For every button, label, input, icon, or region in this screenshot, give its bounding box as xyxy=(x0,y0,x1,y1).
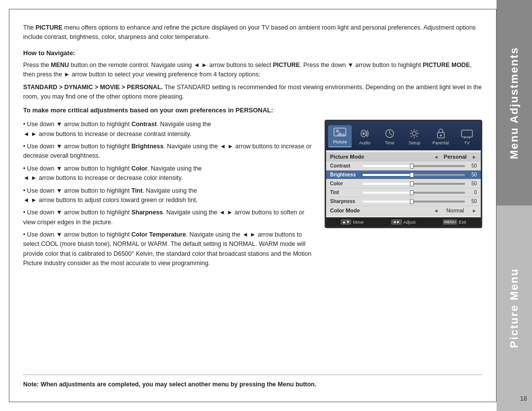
picture-mode-label: Picture Mode xyxy=(330,154,433,160)
sharpness-row: Sharpness 50 xyxy=(326,197,481,206)
bullet-color-temp: • Use down ▼ arrow button to highlight C… xyxy=(23,230,316,269)
color-mode-control: ◄ Normal ► xyxy=(433,207,477,213)
right-arrow: ► xyxy=(472,154,477,160)
tv-icon-picture: Picture xyxy=(328,125,352,147)
tint-value: 0 xyxy=(468,190,477,195)
contrast-thumb xyxy=(410,164,414,169)
color-label: Color xyxy=(330,181,360,186)
contrast-label: Contrast xyxy=(330,163,360,169)
brightness-track xyxy=(363,174,465,176)
sharpness-track xyxy=(363,201,465,203)
footer-move: ▲▼ Move xyxy=(341,219,364,225)
audio-icon xyxy=(358,128,372,139)
contrast-value: 50 xyxy=(468,163,477,169)
bullets-column: • Use down ▼ arrow button to highlight C… xyxy=(23,120,316,368)
bullet-color: • Use down ▼ arrow button to highlight C… xyxy=(23,164,316,183)
move-btn: ▲▼ xyxy=(341,219,352,225)
bottom-note: Note: When adjustments are completed, yo… xyxy=(23,375,482,388)
tv-icon-tv: TV xyxy=(455,126,479,147)
parental-icon xyxy=(434,128,448,139)
color-mode-left-arrow: ◄ xyxy=(433,208,438,213)
tv-icon-audio: Audio xyxy=(353,126,377,147)
nav-para2: STANDARD > DYNAMIC > MOVIE > PERSONAL. T… xyxy=(23,83,482,102)
sharpness-fill xyxy=(363,201,414,203)
svg-point-1 xyxy=(336,130,339,133)
sharpness-label: Sharpness xyxy=(330,199,360,204)
brightness-thumb xyxy=(410,172,414,177)
footer-adjust: ◄► Adjust xyxy=(391,219,416,225)
sidebar-picture-menu-label: Picture Menu xyxy=(508,268,521,348)
color-value: 50 xyxy=(468,181,477,186)
brightness-value: 50 xyxy=(468,172,477,177)
svg-point-4 xyxy=(363,132,365,135)
sharpness-thumb xyxy=(410,199,414,204)
sidebar-bottom: Picture Menu xyxy=(497,206,532,411)
main-content: The PICTURE menu offers options to enhan… xyxy=(9,9,497,402)
tint-fill xyxy=(363,192,414,194)
how-to-navigate-heading: How to Navigate: xyxy=(23,49,482,57)
color-thumb xyxy=(410,181,414,186)
color-mode-row: Color Mode ◄ Normal ► xyxy=(326,206,481,215)
picture-mode-row: Picture Mode ◄ Personal ► xyxy=(326,152,481,162)
picture-icon-label: Picture xyxy=(333,139,347,144)
picture-mode-value: Personal xyxy=(440,154,470,160)
color-fill xyxy=(363,183,414,185)
bullet-sharpness: • Use down ▼ arrow button to highlight S… xyxy=(23,208,316,227)
tint-track xyxy=(363,192,465,194)
tv-menu-footer: ▲▼ Move ◄► Adjust MENU Exit xyxy=(326,217,481,227)
tv-icon-shape xyxy=(460,128,474,139)
sidebar-top: Menu Adjustments xyxy=(497,0,532,206)
color-mode-right-arrow: ► xyxy=(472,208,477,213)
bullet-brightness: • Use down ▼ arrow button to highlight B… xyxy=(23,142,316,161)
move-label: Move xyxy=(353,220,364,225)
time-icon xyxy=(383,128,397,139)
tv-menu-body: Picture Mode ◄ Personal ► Contrast xyxy=(326,150,481,217)
bullet-tint: • Use down ▼ arrow button to highlight T… xyxy=(23,186,316,206)
exit-btn: MENU xyxy=(443,219,458,225)
tint-thumb xyxy=(410,190,414,195)
tv-menu-icons: Picture Audio xyxy=(326,121,481,150)
svg-marker-2 xyxy=(336,132,346,136)
two-col-layout: • Use down ▼ arrow button to highlight C… xyxy=(23,120,482,368)
personal-section-title: To make more critical adjustments based … xyxy=(23,106,482,114)
time-icon-label: Time xyxy=(385,140,395,145)
brightness-fill xyxy=(363,174,414,176)
tv-icon-tv-label: TV xyxy=(464,140,470,145)
contrast-row: Contrast 50 xyxy=(326,162,481,171)
svg-rect-11 xyxy=(462,130,472,137)
sidebar: Menu Adjustments Picture Menu 18 xyxy=(497,0,532,411)
nav-para1: Press the MENU button on the remote cont… xyxy=(23,61,482,80)
footer-exit: MENU Exit xyxy=(443,219,466,225)
tint-label: Tint xyxy=(330,190,360,195)
color-row: Color 50 xyxy=(326,179,481,188)
tv-icon-setup: Setup xyxy=(402,126,426,147)
setup-icon xyxy=(407,128,421,139)
picture-icon xyxy=(333,127,347,138)
audio-icon-label: Audio xyxy=(359,140,370,145)
sidebar-menu-adjustments-label: Menu Adjustments xyxy=(508,47,521,159)
picture-mode-control: ◄ Personal ► xyxy=(433,154,477,160)
sharpness-value: 50 xyxy=(468,199,477,204)
color-mode-value: Normal xyxy=(440,207,470,213)
intro-paragraph: The PICTURE menu offers options to enhan… xyxy=(23,23,482,42)
tv-icon-time: Time xyxy=(378,126,401,147)
brightness-row: Brightness 50 xyxy=(326,171,481,179)
tv-icon-parental: Parental xyxy=(428,126,454,147)
contrast-track xyxy=(363,165,465,167)
left-arrow: ◄ xyxy=(433,154,438,160)
page-number: 18 xyxy=(520,395,527,402)
brightness-label: Brightness xyxy=(330,172,360,177)
bullet-contrast: • Use down ▼ arrow button to highlight C… xyxy=(23,120,316,139)
contrast-fill xyxy=(363,165,414,167)
color-mode-label: Color Mode xyxy=(330,207,433,213)
tv-menu-widget: Picture Audio xyxy=(325,120,482,228)
tint-row: Tint 0 xyxy=(326,188,481,197)
adjust-btn: ◄► xyxy=(391,219,402,225)
tv-menu-image: Picture Audio xyxy=(325,120,482,368)
svg-point-8 xyxy=(412,132,416,136)
color-track xyxy=(363,183,465,185)
svg-line-7 xyxy=(390,134,392,135)
adjust-label: Adjust xyxy=(403,220,416,225)
svg-point-10 xyxy=(440,135,442,137)
setup-icon-label: Setup xyxy=(409,140,421,145)
